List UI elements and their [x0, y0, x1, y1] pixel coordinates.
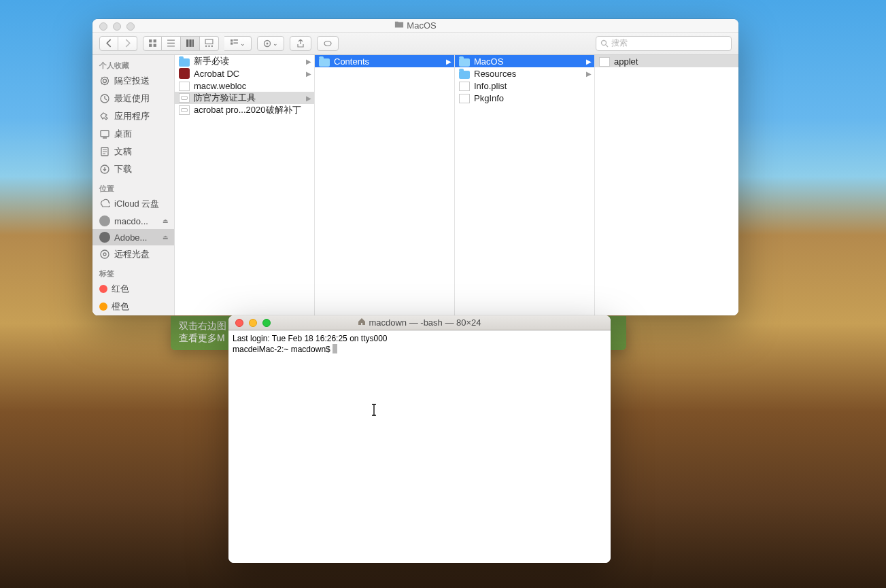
file-row[interactable]: 防官方验证工具▶ [175, 92, 314, 104]
file-label: Resources [474, 69, 516, 79]
sidebar-item[interactable]: 应用程序 [92, 107, 174, 125]
sidebar-label: 最近使用 [114, 92, 150, 105]
svg-rect-5 [189, 39, 191, 47]
eject-icon[interactable]: ⏏ [163, 218, 169, 224]
chevron-right-icon: ▶ [306, 94, 311, 102]
sb-loc-header: 位置 [92, 178, 174, 195]
sidebar-item[interactable]: macdo...⏏ [92, 213, 174, 229]
sidebar-tag[interactable]: 红色 [92, 280, 174, 298]
sidebar-item[interactable]: 隔空投送 [92, 72, 174, 90]
file-label: 新手必读 [194, 55, 229, 67]
app-icon [179, 68, 190, 79]
maximize-button[interactable] [126, 22, 135, 31]
chevron-right-icon: ▶ [306, 70, 311, 77]
file-label: acrobat pro...2020破解补丁 [194, 104, 301, 116]
svg-rect-6 [192, 39, 194, 47]
term-cursor [333, 344, 337, 353]
minimize-button[interactable] [249, 319, 257, 327]
column-3[interactable]: MacOS▶Resources▶Info.plistPkgInfo [455, 55, 595, 315]
sidebar-label: 文稿 [114, 145, 132, 158]
sidebar-item[interactable]: 最近使用 [92, 90, 174, 107]
svg-rect-13 [233, 39, 238, 41]
finder-sidebar: 个人收藏 隔空投送最近使用应用程序桌面文稿下载 位置 iCloud 云盘macd… [92, 55, 175, 315]
sidebar-item[interactable]: 远程光盘 [92, 245, 174, 263]
view-icon-button[interactable] [143, 36, 162, 51]
terminal-title: macdown — -bash — 80×24 [369, 317, 481, 328]
folder-icon [459, 71, 470, 79]
sidebar-label: 桌面 [114, 128, 132, 140]
close-button[interactable] [99, 22, 107, 31]
file-icon [599, 57, 610, 67]
sidebar-item[interactable]: 文稿 [92, 143, 174, 160]
sidebar-label: 远程光盘 [114, 248, 150, 260]
folder-icon [459, 58, 470, 67]
file-row[interactable]: acrobat pro...2020破解补丁 [175, 104, 314, 116]
folder-icon [394, 20, 404, 31]
svg-rect-22 [101, 131, 109, 137]
sidebar-item[interactable]: 桌面 [92, 125, 174, 143]
finder-titlebar[interactable]: MacOS [92, 19, 738, 33]
file-label: Acrobat DC [194, 69, 239, 79]
sidebar-tag[interactable]: 橙色 [92, 298, 174, 315]
terminal-titlebar[interactable]: macdown — -bash — 80×24 [228, 315, 611, 330]
maximize-button[interactable] [262, 319, 271, 327]
svg-point-18 [602, 40, 607, 45]
finder-toolbar: ⌄ ⌄ 搜索 [92, 33, 738, 55]
action-button[interactable]: ⌄ [257, 36, 284, 51]
back-button[interactable] [99, 36, 118, 51]
view-list-button[interactable] [162, 36, 181, 51]
file-row[interactable]: 新手必读▶ [175, 55, 314, 67]
tag-dot-icon [99, 285, 107, 293]
script-icon [179, 93, 190, 103]
file-row[interactable]: macw.webloc [175, 80, 314, 92]
svg-rect-7 [205, 39, 213, 44]
sidebar-label: Adobe... [114, 232, 147, 243]
view-column-button[interactable] [181, 36, 200, 51]
file-row[interactable]: PkgInfo [455, 92, 594, 104]
search-placeholder: 搜索 [611, 37, 628, 49]
svg-rect-11 [231, 39, 233, 41]
file-row[interactable]: MacOS▶ [455, 55, 594, 67]
svg-point-16 [267, 42, 269, 44]
sidebar-item[interactable]: iCloud 云盘 [92, 195, 174, 213]
finder-title: MacOS [407, 20, 436, 31]
group-buttons: ⌄ [224, 36, 252, 51]
group-button[interactable]: ⌄ [224, 36, 252, 51]
file-row[interactable]: Resources▶ [455, 67, 594, 80]
column-4[interactable]: applet [595, 55, 738, 315]
file-icon [459, 82, 470, 91]
forward-button[interactable] [118, 36, 137, 51]
svg-rect-14 [233, 43, 238, 44]
file-row[interactable]: Acrobat DC▶ [175, 67, 314, 80]
column-2[interactable]: Contents▶ [315, 55, 455, 315]
view-buttons [143, 36, 219, 51]
nav-buttons [99, 36, 137, 51]
sidebar-label: 隔空投送 [114, 75, 150, 87]
script-icon [179, 105, 190, 115]
sidebar-label: 下载 [114, 163, 132, 175]
svg-rect-3 [153, 44, 156, 47]
column-1[interactable]: 新手必读▶Acrobat DC▶macw.webloc防官方验证工具▶acrob… [175, 55, 315, 315]
svg-rect-10 [211, 46, 213, 47]
terminal-body[interactable]: Last login: Tue Feb 18 16:26:25 on ttys0… [228, 330, 611, 563]
tag-dot-icon [99, 302, 107, 311]
file-label: Contents [334, 56, 369, 67]
tags-button[interactable] [317, 36, 339, 51]
minimize-button[interactable] [113, 22, 121, 31]
search-input[interactable]: 搜索 [596, 36, 732, 51]
file-row[interactable]: Contents▶ [315, 55, 454, 67]
chevron-right-icon: ▶ [306, 58, 311, 65]
close-button[interactable] [235, 319, 243, 327]
file-label: PkgInfo [474, 93, 504, 103]
sidebar-item[interactable]: 下载 [92, 160, 174, 178]
share-button[interactable] [290, 36, 311, 51]
view-gallery-button[interactable] [200, 36, 219, 51]
file-row[interactable]: applet [595, 55, 738, 67]
sidebar-label: 红色 [112, 283, 129, 295]
svg-point-26 [103, 253, 106, 256]
eject-icon[interactable]: ⏏ [163, 234, 169, 241]
file-label: 防官方验证工具 [194, 92, 256, 104]
svg-rect-4 [186, 39, 188, 47]
sidebar-item[interactable]: Adobe...⏏ [92, 229, 174, 245]
file-row[interactable]: Info.plist [455, 80, 594, 92]
